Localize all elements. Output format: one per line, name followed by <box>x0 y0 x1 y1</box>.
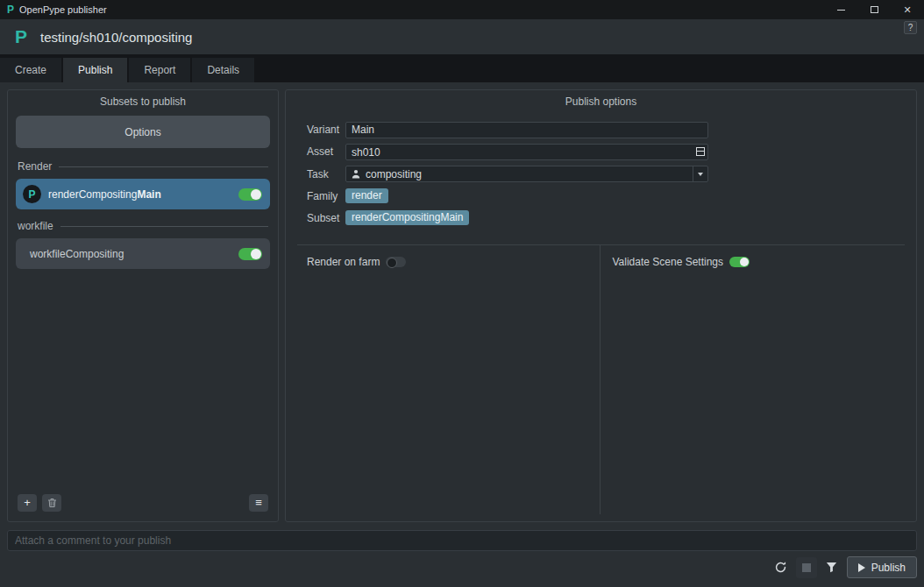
validate-scene-settings-toggle[interactable] <box>729 257 750 267</box>
stop-icon <box>802 563 811 572</box>
family-badge: render <box>345 188 388 203</box>
play-icon <box>858 563 865 572</box>
subsets-panel: Subsets to publish Options Render P rend… <box>7 89 279 522</box>
render-on-farm-label: Render on farm <box>307 256 380 268</box>
chevron-down-icon <box>693 166 707 181</box>
filter-button[interactable] <box>821 557 842 578</box>
subsets-empty-space <box>16 272 270 489</box>
group-divider <box>59 166 268 167</box>
openpype-subset-icon: P <box>23 185 41 203</box>
group-header-workfile: workfile <box>18 220 268 232</box>
variant-input-wrap <box>345 121 708 138</box>
subsets-toolbar: + ≡ <box>16 489 270 521</box>
publish-button-label: Publish <box>871 562 906 574</box>
subset-item-render-compositing-main[interactable]: P renderCompositingMain <box>16 179 270 209</box>
task-row: Task compositing <box>307 166 710 182</box>
add-subset-button[interactable]: + <box>18 494 37 512</box>
group-header-render: Render <box>18 160 268 173</box>
subset-row: Subset renderCompositingMain <box>307 209 710 226</box>
refresh-icon <box>774 561 787 574</box>
asset-input[interactable] <box>345 144 708 160</box>
subsets-panel-title: Subsets to publish <box>16 90 270 114</box>
person-icon <box>352 169 360 179</box>
tab-publish[interactable]: Publish <box>63 58 127 82</box>
asset-row: Asset <box>307 144 710 161</box>
stop-button[interactable] <box>796 557 817 578</box>
subset-item-label: workfileCompositing <box>30 248 124 260</box>
render-on-farm-row: Render on farm <box>307 256 600 268</box>
render-on-farm-toggle[interactable] <box>386 257 406 267</box>
publish-options-form: Variant Asset Task <box>286 114 710 231</box>
app-window: P OpenPype publisher ✕ P testing/sh010/c… <box>0 0 924 587</box>
tab-bar: Create Publish Report Details <box>0 54 924 82</box>
tab-details[interactable]: Details <box>192 58 254 82</box>
titlebar: P OpenPype publisher ✕ <box>0 0 924 19</box>
asset-label: Asset <box>307 145 345 158</box>
header: P testing/sh010/compositing ? <box>0 19 924 54</box>
publish-options-panel: Publish options Variant Asset <box>285 89 917 522</box>
publish-options-title: Publish options <box>286 90 916 114</box>
plugin-options-right-column: Validate Scene Settings <box>600 245 906 514</box>
trash-icon <box>47 498 57 508</box>
window-title: OpenPype publisher <box>19 4 107 15</box>
subset-enabled-toggle[interactable] <box>238 188 262 201</box>
validate-scene-settings-label: Validate Scene Settings <box>613 256 724 268</box>
variant-label: Variant <box>307 124 345 136</box>
variant-row: Variant <box>307 121 710 138</box>
comment-bar <box>7 530 917 551</box>
asset-browse-icon[interactable] <box>696 147 705 156</box>
subset-item-workfile-compositing[interactable]: workfileCompositing <box>16 238 270 269</box>
window-controls: ✕ <box>824 0 924 19</box>
reset-button[interactable] <box>771 557 792 578</box>
delete-subset-button[interactable] <box>42 494 61 512</box>
comment-input[interactable] <box>7 530 917 551</box>
minimize-button[interactable] <box>824 0 857 19</box>
validate-scene-settings-row: Validate Scene Settings <box>613 256 906 268</box>
group-divider <box>60 226 268 227</box>
footer-actions: Publish <box>0 551 924 587</box>
plugin-options-columns: Render on farm Validate Scene Settings <box>297 244 905 514</box>
help-button[interactable]: ? <box>904 21 917 34</box>
main-area: Subsets to publish Options Render P rend… <box>0 82 924 587</box>
group-label-render: Render <box>18 160 52 173</box>
task-label: Task <box>307 168 345 180</box>
family-label: Family <box>307 190 345 202</box>
tab-report[interactable]: Report <box>129 58 190 82</box>
variant-input[interactable] <box>345 122 708 138</box>
task-selected-value: compositing <box>366 168 422 180</box>
context-breadcrumb: testing/sh010/compositing <box>40 30 192 45</box>
close-button[interactable]: ✕ <box>891 0 924 19</box>
minimize-icon <box>837 10 845 11</box>
publish-button[interactable]: Publish <box>847 556 917 578</box>
maximize-button[interactable] <box>857 0 891 19</box>
options-button[interactable]: Options <box>16 116 270 148</box>
family-row: Family render <box>307 187 710 204</box>
task-select[interactable]: compositing <box>345 166 708 182</box>
subset-enabled-toggle[interactable] <box>238 248 262 260</box>
subset-item-label: renderCompositingMain <box>48 188 161 201</box>
subset-badge: renderCompositingMain <box>345 210 469 225</box>
tab-create[interactable]: Create <box>0 58 61 82</box>
content-area: Subsets to publish Options Render P rend… <box>0 82 924 530</box>
subset-menu-button[interactable]: ≡ <box>249 494 268 512</box>
app-logo-icon: P <box>7 4 14 16</box>
subset-label: Subset <box>307 212 345 224</box>
maximize-icon <box>871 6 878 13</box>
asset-input-wrap <box>345 144 708 161</box>
group-label-workfile: workfile <box>18 220 53 232</box>
plugin-options-left-column: Render on farm <box>297 245 600 514</box>
openpype-logo-icon: P <box>11 26 32 47</box>
filter-icon <box>826 562 837 573</box>
